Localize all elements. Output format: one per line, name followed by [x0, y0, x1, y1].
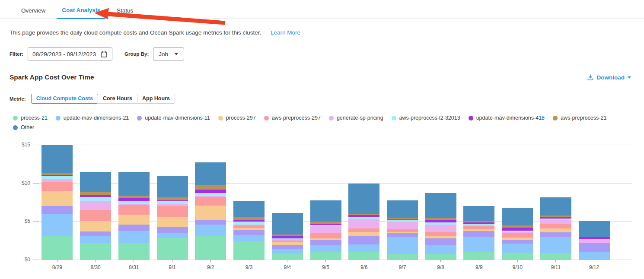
bar-segment-process-21[interactable]: [502, 253, 533, 260]
bar-segment-generate-sp-pricing[interactable]: [80, 201, 111, 210]
bar-segment-update-mav-dimensions-21[interactable]: [272, 249, 303, 254]
legend-item-update-mav-dimensions-418[interactable]: update-mav-dimensions-418: [469, 115, 545, 121]
bar-segment-aws-preprocess-l2-32013[interactable]: [80, 197, 111, 201]
bar-segment-aws-preprocess-297[interactable]: [118, 205, 150, 214]
chart-bar-8/29[interactable]: [41, 145, 73, 260]
bar-segment-update-mav-dimensions-21[interactable]: [118, 231, 150, 243]
chart-bar-9/10[interactable]: [502, 208, 533, 260]
tab-cost-analysis[interactable]: Cost Analysis: [57, 3, 105, 19]
bar-segment-Other[interactable]: [80, 172, 111, 192]
bar-segment-aws-preprocess-l2-32013[interactable]: [233, 222, 265, 225]
bar-segment-update-mav-dimensions-21[interactable]: [387, 237, 418, 254]
bar-segment-process-21[interactable]: [41, 236, 73, 260]
bar-segment-update-mav-dimensions-11[interactable]: [272, 245, 303, 250]
bar-segment-generate-sp-pricing[interactable]: [540, 220, 571, 224]
chart-bar-9/8[interactable]: [425, 193, 456, 260]
bar-segment-update-mav-dimensions-21[interactable]: [502, 244, 533, 253]
bar-segment-update-mav-dimensions-11[interactable]: [425, 238, 456, 244]
metric-button-app-hours[interactable]: App Hours: [137, 94, 175, 104]
bar-segment-process-21[interactable]: [425, 254, 456, 260]
chart-bar-9/5[interactable]: [310, 200, 341, 260]
bar-segment-aws-preprocess-297[interactable]: [41, 182, 73, 191]
bar-segment-update-mav-dimensions-11[interactable]: [540, 232, 571, 237]
legend-item-process-21[interactable]: process-21: [13, 115, 48, 121]
metric-button-cloud-compute-costs[interactable]: Cloud Compute Costs: [31, 94, 98, 104]
chart-bar-9/3[interactable]: [233, 201, 265, 260]
bar-segment-update-mav-dimensions-21[interactable]: [310, 245, 341, 252]
bar-segment-update-mav-dimensions-418[interactable]: [118, 198, 150, 201]
bar-segment-process-297[interactable]: [348, 232, 379, 236]
bar-segment-Other[interactable]: [272, 213, 303, 235]
legend-item-aws-preprocess-21[interactable]: aws-preprocess-21: [553, 115, 606, 121]
bar-segment-update-mav-dimensions-21[interactable]: [195, 225, 226, 236]
bar-segment-update-mav-dimensions-21[interactable]: [41, 214, 73, 236]
bar-segment-update-mav-dimensions-11[interactable]: [157, 227, 188, 233]
bar-segment-process-21[interactable]: [157, 238, 188, 260]
bar-segment-Other[interactable]: [118, 172, 150, 196]
bar-segment-process-21[interactable]: [195, 236, 226, 260]
legend-item-aws-preprocess-l2-32013[interactable]: aws-preprocess-l2-32013: [392, 115, 460, 121]
bar-segment-update-mav-dimensions-11[interactable]: [41, 206, 73, 214]
bar-segment-process-21[interactable]: [310, 252, 341, 260]
bar-segment-aws-preprocess-297[interactable]: [157, 206, 188, 217]
bar-segment-aws-preprocess-297[interactable]: [195, 197, 226, 206]
bar-segment-aws-preprocess-l2-32013[interactable]: [195, 193, 226, 196]
legend-item-update-mav-dimensions-21[interactable]: update-mav-dimensions-21: [56, 115, 129, 121]
bar-segment-generate-sp-pricing[interactable]: [41, 179, 73, 182]
bar-segment-aws-preprocess-297[interactable]: [348, 228, 379, 232]
bar-segment-Other[interactable]: [41, 145, 73, 173]
bar-segment-update-mav-dimensions-11[interactable]: [233, 230, 265, 235]
bar-segment-update-mav-dimensions-21[interactable]: [233, 235, 265, 242]
group-by-select[interactable]: Job: [153, 48, 184, 60]
bar-segment-aws-preprocess-297[interactable]: [463, 226, 494, 229]
bar-segment-process-21[interactable]: [387, 254, 418, 260]
bar-segment-Other[interactable]: [310, 200, 341, 222]
bar-segment-aws-preprocess-21[interactable]: [80, 192, 111, 195]
bar-segment-process-297[interactable]: [195, 206, 226, 220]
bar-segment-generate-sp-pricing[interactable]: [348, 219, 379, 228]
learn-more-link[interactable]: Learn More: [271, 29, 300, 36]
bar-segment-Other[interactable]: [387, 200, 418, 219]
legend-item-update-mav-dimensions-11[interactable]: update-mav-dimensions-11: [137, 115, 210, 121]
bar-segment-process-21[interactable]: [540, 253, 571, 260]
bar-segment-update-mav-dimensions-21[interactable]: [463, 237, 494, 252]
bar-segment-aws-preprocess-21[interactable]: [233, 217, 265, 220]
bar-segment-process-297[interactable]: [41, 191, 73, 206]
bar-segment-Other[interactable]: [233, 201, 265, 217]
bar-segment-Other[interactable]: [463, 206, 494, 221]
date-range-input[interactable]: 08/29/2023 - 09/12/2023: [28, 48, 112, 60]
chart-bar-9/1[interactable]: [157, 176, 188, 260]
chart-bar-9/4[interactable]: [272, 213, 303, 260]
download-button[interactable]: Download: [587, 74, 631, 81]
bar-segment-Other[interactable]: [425, 193, 456, 219]
bar-segment-update-mav-dimensions-21[interactable]: [579, 252, 610, 260]
bar-segment-aws-preprocess-297[interactable]: [425, 232, 456, 236]
chart-bar-9/9[interactable]: [463, 206, 494, 260]
bar-segment-process-21[interactable]: [463, 252, 494, 260]
bar-segment-update-mav-dimensions-21[interactable]: [80, 236, 111, 243]
bar-segment-update-mav-dimensions-21[interactable]: [425, 245, 456, 254]
bar-segment-process-297[interactable]: [80, 221, 111, 231]
bar-segment-process-297[interactable]: [540, 228, 571, 232]
bar-segment-update-mav-dimensions-11[interactable]: [310, 240, 341, 245]
bar-segment-process-297[interactable]: [157, 217, 188, 227]
bar-segment-Other[interactable]: [348, 184, 379, 214]
bar-segment-aws-preprocess-297[interactable]: [387, 229, 418, 232]
bar-segment-process-297[interactable]: [118, 215, 150, 225]
chart-bar-9/11[interactable]: [540, 197, 571, 260]
tab-status[interactable]: Status: [112, 4, 138, 19]
bar-segment-Other[interactable]: [540, 197, 571, 216]
bar-segment-process-21[interactable]: [348, 252, 379, 260]
bar-segment-process-21[interactable]: [233, 241, 265, 260]
bar-segment-generate-sp-pricing[interactable]: [425, 225, 456, 232]
bar-segment-update-mav-dimensions-11[interactable]: [80, 231, 111, 237]
bar-segment-Other[interactable]: [195, 162, 226, 185]
bar-segment-aws-preprocess-297[interactable]: [502, 233, 533, 238]
bar-segment-update-mav-dimensions-11[interactable]: [348, 236, 379, 244]
bar-segment-aws-preprocess-297[interactable]: [540, 224, 571, 229]
bar-segment-aws-preprocess-297[interactable]: [310, 233, 341, 238]
bar-segment-generate-sp-pricing[interactable]: [579, 239, 610, 243]
bar-segment-update-mav-dimensions-11[interactable]: [387, 233, 418, 237]
bar-segment-aws-preprocess-21[interactable]: [195, 185, 226, 190]
legend-item-generate-sp-pricing[interactable]: generate-sp-pricing: [329, 115, 383, 121]
